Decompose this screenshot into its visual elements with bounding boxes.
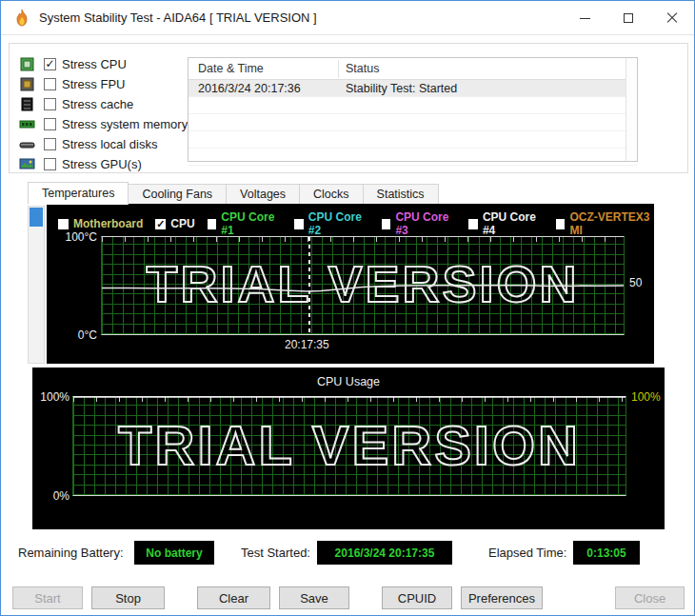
column-header-datetime[interactable]: Date & Time (198, 62, 264, 75)
app-window: System Stability Test - AIDA64 [ TRIAL V… (0, 0, 695, 616)
stress-disks-label: Stress local disks (62, 137, 157, 151)
minimize-icon (580, 18, 590, 19)
stress-option-disks[interactable]: Stress local disks (19, 135, 157, 152)
legend-item-motherboard[interactable]: Motherboard (58, 217, 143, 230)
legend-checkbox[interactable] (468, 219, 478, 229)
tab-statistics[interactable]: Statistics (364, 184, 439, 205)
current-value-label: 50 (629, 276, 642, 289)
legend-label: CPU Core #2 (308, 210, 369, 237)
legend-checkbox[interactable] (58, 219, 69, 229)
stress-memory-checkbox[interactable] (44, 118, 56, 130)
table-row (189, 131, 637, 149)
usage-min-label: 0% (53, 489, 70, 503)
app-flame-icon (13, 9, 30, 28)
stress-gpu-label: Stress GPU(s) (62, 157, 142, 171)
event-status: Stability Test: Started (346, 82, 457, 95)
minimize-button[interactable] (563, 1, 606, 35)
battery-value: No battery (146, 546, 202, 560)
stress-fpu-checkbox[interactable] (44, 78, 56, 90)
title-bar: System Stability Test - AIDA64 [ TRIAL V… (1, 1, 694, 35)
stress-option-cache[interactable]: Stress cache (19, 95, 133, 112)
stress-option-gpu[interactable]: Stress GPU(s) (19, 155, 142, 172)
stress-gpu-checkbox[interactable] (44, 158, 56, 170)
temperature-line (102, 286, 624, 291)
cache-icon (19, 97, 35, 111)
stress-memory-label: Stress system memory (62, 117, 188, 131)
event-log-header: Date & Time Status (189, 58, 637, 80)
stress-cache-checkbox[interactable] (44, 98, 56, 110)
test-started-display: 2016/3/24 20:17:35 (317, 541, 452, 565)
event-log-table: Date & Time Status 2016/3/24 20:17:36 St… (188, 57, 638, 162)
temperature-legend: Motherboard ✓CPU CPU Core #1 CPU Core #2… (58, 210, 654, 237)
legend-checkbox[interactable] (556, 219, 566, 229)
preferences-button[interactable]: Preferences (461, 586, 543, 609)
stress-option-cpu[interactable]: ✓ Stress CPU (19, 55, 127, 72)
legend-item-ocz-vertex3[interactable]: OCZ-VERTEX3 MI (556, 210, 654, 237)
usage-right-max-label: 100% (631, 390, 661, 404)
stress-option-memory[interactable]: Stress system memory (19, 115, 188, 132)
maximize-button[interactable] (606, 1, 650, 35)
legend-item-cpu-core-1[interactable]: CPU Core #1 (208, 210, 283, 237)
legend-checkbox[interactable] (382, 219, 391, 229)
table-row (189, 149, 637, 166)
stress-fpu-label: Stress FPU (62, 77, 125, 91)
status-bar: Remaining Battery: No battery Test Start… (1, 541, 694, 566)
column-header-status[interactable]: Status (346, 62, 379, 75)
graph-tabs: Temperatures Cooling Fans Voltages Clock… (28, 182, 439, 205)
elapsed-time-display: 0:13:05 (573, 541, 640, 565)
stress-cpu-label: Stress CPU (62, 57, 127, 71)
legend-item-cpu[interactable]: ✓CPU (155, 217, 194, 230)
cpu-usage-title: CPU Usage (32, 375, 665, 388)
close-button[interactable] (650, 1, 694, 35)
stress-cpu-checkbox[interactable]: ✓ (44, 58, 56, 70)
temperature-graph-panel: Motherboard ✓CPU CPU Core #1 CPU Core #2… (47, 204, 654, 364)
close-icon (666, 12, 678, 24)
legend-checkbox[interactable] (208, 219, 217, 229)
stress-cache-label: Stress cache (62, 97, 133, 111)
table-row[interactable]: 2016/3/24 20:17:36 Stability Test: Start… (189, 80, 637, 97)
legend-label: CPU Core #4 (483, 210, 544, 237)
battery-label: Remaining Battery: (18, 546, 124, 560)
legend-label: CPU Core #3 (395, 210, 456, 237)
column-separator[interactable] (338, 60, 339, 78)
legend-item-cpu-core-4[interactable]: CPU Core #4 (468, 210, 544, 237)
save-button[interactable]: Save (279, 586, 349, 609)
stop-button[interactable]: Stop (91, 586, 165, 609)
cpu-usage-line-chart (73, 397, 626, 495)
legend-checkbox[interactable]: ✓ (155, 219, 166, 229)
legend-label: OCZ-VERTEX3 MI (569, 210, 654, 237)
legend-label: CPU Core #1 (221, 210, 282, 237)
event-datetime: 2016/3/24 20:17:36 (198, 82, 301, 95)
window-title: System Stability Test - AIDA64 [ TRIAL V… (39, 10, 317, 25)
cpu-icon (19, 57, 35, 71)
tab-temperatures[interactable]: Temperatures (28, 182, 129, 205)
legend-checkbox[interactable] (294, 219, 304, 229)
stress-option-fpu[interactable]: Stress FPU (19, 75, 125, 92)
cpu-usage-panel: CPU Usage 100% 100% 0% TRIAL VERSION (32, 368, 665, 529)
checkmark: ✓ (45, 59, 54, 70)
disk-icon (19, 137, 35, 151)
tab-cooling-fans[interactable]: Cooling Fans (129, 184, 227, 205)
table-row (189, 114, 637, 131)
battery-value-display: No battery (134, 541, 214, 565)
clear-button[interactable]: Clear (197, 586, 270, 609)
legend-label: Motherboard (73, 217, 143, 230)
cpuid-button[interactable]: CPUID (382, 586, 452, 609)
temperature-graph-scrollbar[interactable] (28, 206, 45, 364)
temperature-plot-grid: TRIAL VERSION (101, 236, 625, 335)
scrollbar-thumb[interactable] (30, 208, 43, 227)
legend-item-cpu-core-2[interactable]: CPU Core #2 (294, 210, 369, 237)
usage-left-max-label: 100% (40, 390, 70, 404)
maximize-icon (624, 13, 633, 23)
test-started-value: 2016/3/24 20:17:35 (335, 546, 435, 560)
fpu-icon (19, 77, 35, 91)
tab-voltages[interactable]: Voltages (227, 184, 300, 205)
start-button[interactable]: Start (12, 586, 83, 609)
time-marker-label: 20:17:35 (285, 338, 329, 351)
event-log-scrollbar[interactable] (626, 58, 637, 161)
tab-clocks[interactable]: Clocks (300, 184, 364, 205)
stress-disks-checkbox[interactable] (44, 138, 56, 150)
elapsed-time-label: Elapsed Time: (488, 546, 566, 560)
legend-item-cpu-core-3[interactable]: CPU Core #3 (382, 210, 457, 237)
close-action-button[interactable]: Close (615, 586, 685, 609)
